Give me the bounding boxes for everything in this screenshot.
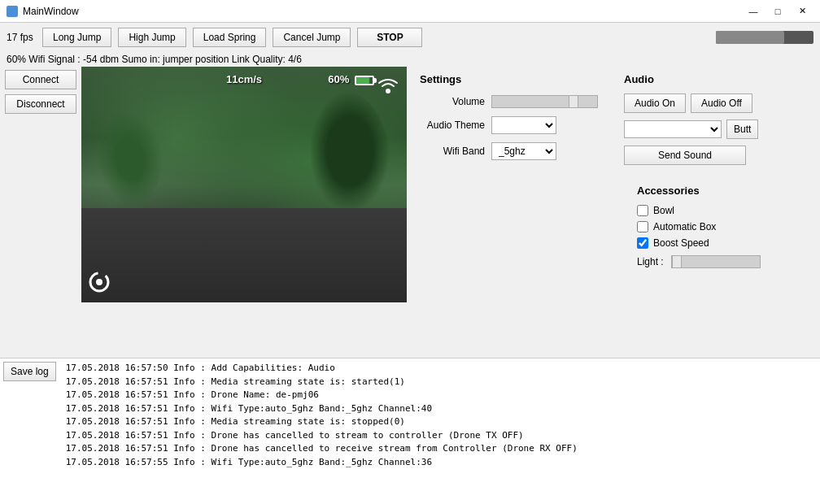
log-entry: 17.05.2018 16:57:51 Info : Media streami… bbox=[66, 415, 813, 429]
window-title: MainWindow bbox=[23, 6, 79, 17]
high-jump-button[interactable]: High Jump bbox=[118, 28, 185, 47]
bowl-checkbox[interactable] bbox=[637, 205, 648, 216]
progress-bar-area bbox=[429, 31, 813, 44]
audio-theme-row: Audio Theme bbox=[420, 116, 598, 134]
accessories-title: Accessories bbox=[637, 185, 764, 197]
volume-label: Volume bbox=[420, 96, 485, 107]
audio-panel: Audio Audio On Audio Off Butt Send Sound… bbox=[611, 67, 790, 358]
log-entry: 17.05.2018 16:57:51 Info : Drone has can… bbox=[66, 429, 813, 443]
progress-bar-fill bbox=[716, 31, 784, 44]
toolbar: 17 fps Long Jump High Jump Load Spring C… bbox=[0, 23, 820, 52]
minimize-button[interactable]: — bbox=[742, 3, 765, 20]
app-icon bbox=[7, 6, 18, 17]
settings-title: Settings bbox=[420, 73, 598, 85]
wifi-band-select[interactable]: _2.4ghz _5ghz bbox=[491, 142, 556, 160]
connect-button[interactable]: Connect bbox=[5, 70, 76, 89]
camera-settings-row: Connect Disconnect 11cm/s 60% bbox=[0, 67, 820, 358]
title-bar-controls: — □ ✕ bbox=[742, 3, 813, 20]
log-entry: 17.05.2018 16:57:50 Info : Add Capabilit… bbox=[66, 362, 813, 376]
floor bbox=[81, 208, 407, 302]
volume-slider[interactable] bbox=[491, 95, 598, 108]
status-bar: 60% Wifi Signal : -54 dbm Sumo in: jumpe… bbox=[0, 52, 820, 67]
audio-theme-label: Audio Theme bbox=[420, 119, 485, 131]
audio-off-button[interactable]: Audio Off bbox=[691, 93, 752, 113]
log-entry: 17.05.2018 16:57:51 Info : Wifi Type:aut… bbox=[66, 402, 813, 416]
audio-title: Audio bbox=[624, 73, 777, 85]
load-spring-button[interactable]: Load Spring bbox=[193, 28, 267, 47]
long-jump-button[interactable]: Long Jump bbox=[42, 28, 111, 47]
log-entry: 17.05.2018 16:57:51 Info : Drone Name: d… bbox=[66, 389, 813, 402]
maximize-button[interactable]: □ bbox=[766, 3, 789, 20]
audio-on-button[interactable]: Audio On bbox=[624, 93, 686, 113]
boost-speed-label: Boost Speed bbox=[653, 237, 709, 249]
audio-theme-select2[interactable] bbox=[624, 120, 722, 138]
left-panel: Connect Disconnect bbox=[0, 67, 81, 358]
audio-select-row: Butt bbox=[624, 119, 777, 139]
fps-label: 17 fps bbox=[7, 32, 36, 43]
progress-bar-container bbox=[716, 31, 813, 44]
automatic-box-label: Automatic Box bbox=[653, 221, 716, 232]
log-content: 17.05.2018 16:57:50 Info : Add Capabilit… bbox=[59, 358, 820, 504]
automatic-box-checkbox[interactable] bbox=[637, 221, 648, 232]
boost-speed-row: Boost Speed bbox=[637, 237, 764, 249]
automatic-box-row: Automatic Box bbox=[637, 221, 764, 232]
bowl-label: Bowl bbox=[653, 205, 674, 216]
camera-feed: 11cm/s 60% bbox=[81, 67, 407, 302]
send-sound-row: Send Sound bbox=[624, 146, 777, 165]
settings-panel: Settings Volume Audio Theme Wifi Band _2… bbox=[407, 67, 611, 358]
light-slider[interactable] bbox=[671, 255, 761, 268]
wifi-band-row: Wifi Band _2.4ghz _5ghz bbox=[420, 142, 598, 160]
stop-button[interactable]: STOP bbox=[357, 28, 422, 47]
title-bar: MainWindow — □ ✕ bbox=[0, 0, 820, 23]
light-row: Light : bbox=[637, 255, 764, 268]
close-button[interactable]: ✕ bbox=[791, 3, 813, 20]
bowl-row: Bowl bbox=[637, 205, 764, 216]
send-sound-button[interactable]: Send Sound bbox=[624, 146, 746, 165]
light-label: Light : bbox=[637, 256, 666, 267]
disconnect-button[interactable]: Disconnect bbox=[5, 94, 76, 114]
main-content: 17 fps Long Jump High Jump Load Spring C… bbox=[0, 23, 820, 504]
accessories-panel: Accessories Bowl Automatic Box Boost Spe… bbox=[624, 178, 777, 275]
audio-theme-select[interactable] bbox=[491, 116, 556, 134]
log-entry: 17.05.2018 16:57:51 Info : Drone has can… bbox=[66, 442, 813, 456]
title-bar-left: MainWindow bbox=[7, 6, 79, 17]
audio-extra-button[interactable]: Butt bbox=[726, 119, 758, 139]
save-log-button[interactable]: Save log bbox=[3, 362, 56, 381]
volume-row: Volume bbox=[420, 95, 598, 108]
log-area: Save log 17.05.2018 16:57:50 Info : Add … bbox=[0, 358, 820, 504]
boost-speed-checkbox[interactable] bbox=[637, 237, 648, 249]
status-text: 60% Wifi Signal : -54 dbm Sumo in: jumpe… bbox=[7, 54, 302, 65]
cancel-jump-button[interactable]: Cancel Jump bbox=[273, 28, 351, 47]
log-entry: 17.05.2018 16:57:55 Info : Wifi Type:aut… bbox=[66, 456, 813, 470]
audio-on-off-row: Audio On Audio Off bbox=[624, 93, 777, 113]
wifi-band-label: Wifi Band bbox=[420, 146, 485, 157]
log-entry: 17.05.2018 16:57:51 Info : Media streami… bbox=[66, 376, 813, 389]
